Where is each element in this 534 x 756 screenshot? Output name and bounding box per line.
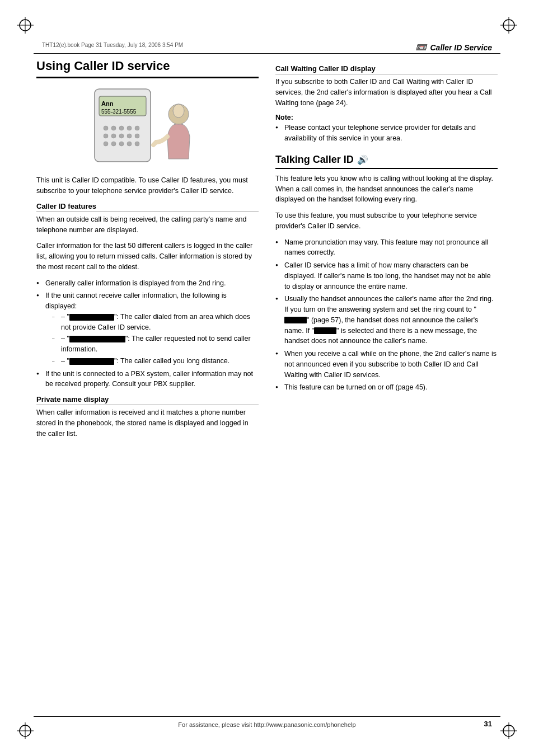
svg-point-30 [135,142,139,146]
header-divider [34,53,500,54]
dash-item-3: – "": The caller called you long distanc… [52,356,259,367]
dash-item-1: – "": The caller dialed from an area whi… [52,312,259,333]
corner-mark-tr [500,17,517,34]
header-title: 📼 Caller ID Service [415,42,492,53]
svg-point-25 [127,126,132,130]
private-name-text: When caller information is received and … [36,407,259,439]
redacted-1 [69,314,114,321]
tci-bullet-3: Usually the handset announces the caller… [275,294,498,346]
footer-text: For assistance, please visit http://www.… [0,721,534,728]
tci-bullet-5: This feature can be turned on or off (pa… [275,382,498,393]
footer-divider [34,716,500,717]
redacted-2 [69,336,125,342]
note-label: Note: [275,114,498,121]
private-name-heading: Private name display [36,395,259,405]
redacted-3 [69,358,114,365]
svg-point-32 [173,104,184,118]
header-title-text: Caller ID Service [430,43,492,52]
note-bullets: Please contact your telephone service pr… [275,123,498,144]
svg-point-28 [135,126,139,130]
redacted-4 [284,317,307,323]
svg-point-17 [104,134,108,138]
svg-point-16 [104,126,108,130]
corner-mark-tl [17,17,34,34]
tci-bullet-2: Caller ID service has a limit of how man… [275,260,498,292]
svg-point-22 [119,126,124,130]
page: THT12(e).book Page 31 Tuesday, July 18, … [0,0,534,756]
header-title-icon: 📼 [415,42,427,53]
caller-id-features-heading: Caller ID features [36,202,259,212]
bullet-item-1: Generally caller information is displaye… [36,278,259,289]
dash-item-2: – "": The caller requested not to send c… [52,334,259,355]
caller-id-bullets: Generally caller information is displaye… [36,278,259,390]
tci-bullet-1: Name pronunciation may vary. This featur… [275,237,498,259]
talking-caller-id-bullets: Name pronunciation may vary. This featur… [275,237,498,393]
svg-point-19 [111,126,116,130]
bullet-item-2: If the unit cannot receive caller inform… [36,290,259,366]
svg-point-24 [119,142,124,146]
header-meta: THT12(e).book Page 31 Tuesday, July 18, … [42,42,183,48]
note-bullet-1: Please contact your telephone service pr… [275,123,498,144]
svg-point-23 [119,134,124,138]
redacted-5 [314,327,336,334]
columns: Using Caller ID service Ann 555-321-5555 [36,59,498,444]
svg-point-21 [111,142,116,146]
call-waiting-heading: Call Waiting Caller ID display [275,64,498,74]
intro-text: This unit is Caller ID compatible. To us… [36,175,259,196]
caller-id-para1: When an outside call is being received, … [36,214,259,236]
phone-illustration: Ann 555-321-5555 [89,86,207,167]
talking-caller-id-intro: This feature lets you know who is callin… [275,173,498,205]
svg-point-26 [127,134,132,138]
svg-point-20 [111,134,116,138]
dash-list: – "": The caller dialed from an area whi… [52,312,259,367]
svg-text:555-321-5555: 555-321-5555 [101,109,137,115]
footer-page-number: 31 [484,720,492,728]
main-content: Using Caller ID service Ann 555-321-5555 [36,59,498,711]
call-waiting-text: If you subscribe to both Caller ID and C… [275,77,498,108]
section-title: Using Caller ID service [36,59,259,78]
bullet-item-3: If the unit is connected to a PBX system… [36,369,259,390]
right-column: Call Waiting Caller ID display If you su… [275,59,498,444]
svg-point-27 [127,142,132,146]
talking-caller-id-subscribe: To use this feature, you must subscribe … [275,210,498,232]
left-column: Using Caller ID service Ann 555-321-5555 [36,59,259,444]
talking-caller-id-text: Talking Caller ID [275,154,354,166]
talking-caller-id-title: Talking Caller ID 🔊 [275,154,498,169]
tci-bullet-4: When you receive a call while on the pho… [275,349,498,380]
svg-text:Ann: Ann [101,100,114,107]
talking-caller-id-icon: 🔊 [357,154,368,165]
caller-id-para2: Caller information for the last 50 diffe… [36,241,259,272]
svg-point-18 [104,142,108,146]
svg-point-29 [135,134,139,138]
